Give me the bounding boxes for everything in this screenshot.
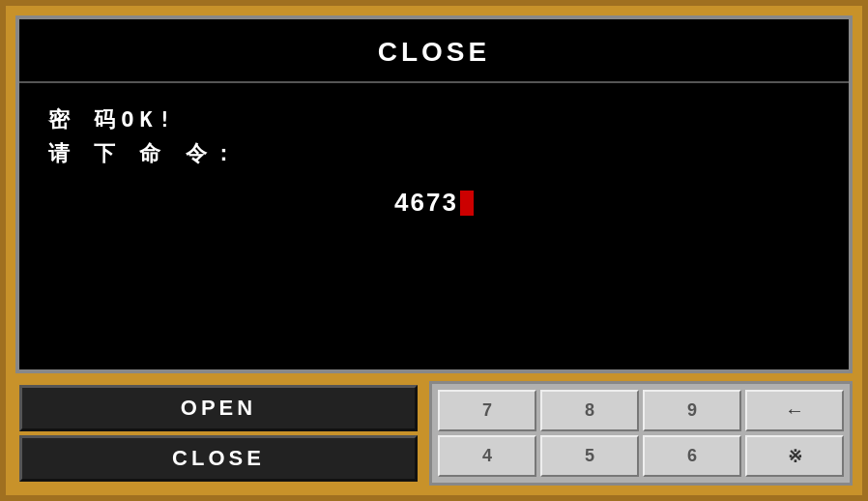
- screen-content: 密 码OK! 请 下 命 令： 4673: [19, 83, 849, 369]
- text-cursor: [460, 191, 474, 216]
- bottom-area: OPEN CLOSE 7 8 9 ← 4 5 6 ※: [15, 381, 853, 486]
- numpad-panel: 7 8 9 ← 4 5 6 ※: [429, 381, 853, 486]
- screen-display: CLOSE 密 码OK! 请 下 命 令： 4673: [15, 15, 853, 373]
- key-7[interactable]: 7: [438, 390, 536, 431]
- key-5[interactable]: 5: [540, 435, 639, 477]
- key-backspace[interactable]: ←: [745, 390, 844, 431]
- key-8[interactable]: 8: [540, 390, 639, 431]
- main-frame: CLOSE 密 码OK! 请 下 命 令： 4673 OPEN CLOSE 7 …: [0, 0, 868, 501]
- key-6[interactable]: 6: [643, 435, 741, 477]
- key-cancel[interactable]: ※: [745, 435, 844, 477]
- screen-line1: 密 码OK!: [48, 103, 820, 136]
- screen-title: CLOSE: [378, 37, 490, 68]
- action-button-panel: OPEN CLOSE: [15, 381, 421, 486]
- screen-input-line: 4673: [48, 188, 820, 218]
- key-9[interactable]: 9: [643, 390, 741, 431]
- key-4[interactable]: 4: [438, 435, 536, 477]
- screen-title-bar: CLOSE: [19, 19, 849, 83]
- close-button[interactable]: CLOSE: [19, 435, 418, 482]
- open-button[interactable]: OPEN: [19, 385, 418, 431]
- screen-line2: 请 下 命 令：: [48, 136, 820, 170]
- screen-input-value: 4673: [394, 188, 458, 218]
